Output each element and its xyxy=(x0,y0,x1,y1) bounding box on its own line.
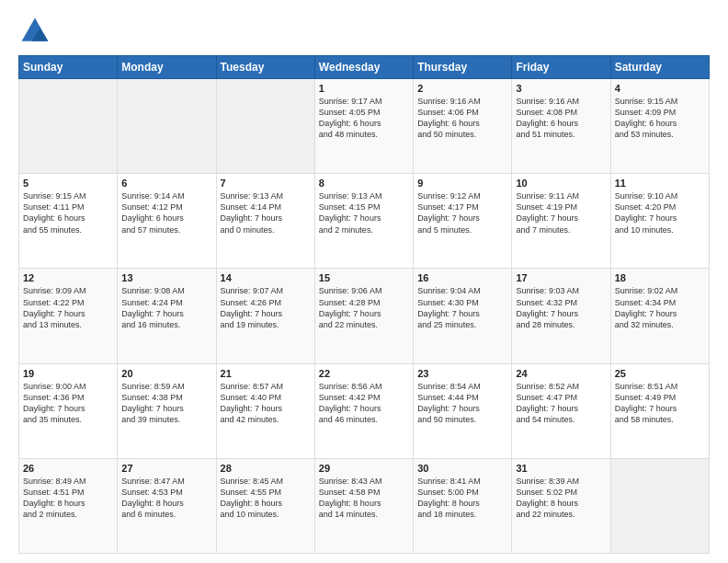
day-cell: 27Sunrise: 8:47 AM Sunset: 4:53 PM Dayli… xyxy=(118,458,216,553)
day-cell: 2Sunrise: 9:16 AM Sunset: 4:06 PM Daylig… xyxy=(414,79,512,174)
day-number: 14 xyxy=(221,272,311,283)
day-content: Sunrise: 8:56 AM Sunset: 4:42 PM Dayligh… xyxy=(319,381,409,426)
day-cell xyxy=(118,79,216,174)
day-number: 10 xyxy=(516,178,606,189)
day-cell: 8Sunrise: 9:13 AM Sunset: 4:15 PM Daylig… xyxy=(314,174,413,269)
day-cell xyxy=(19,79,118,174)
day-cell xyxy=(610,458,709,553)
day-number: 8 xyxy=(319,178,409,189)
day-number: 22 xyxy=(319,368,409,379)
day-number: 19 xyxy=(23,368,113,379)
day-content: Sunrise: 8:39 AM Sunset: 5:02 PM Dayligh… xyxy=(516,476,606,521)
day-content: Sunrise: 8:47 AM Sunset: 4:53 PM Dayligh… xyxy=(121,476,211,521)
day-number: 12 xyxy=(23,272,113,283)
day-cell: 29Sunrise: 8:43 AM Sunset: 4:58 PM Dayli… xyxy=(314,458,413,553)
week-row-4: 19Sunrise: 9:00 AM Sunset: 4:36 PM Dayli… xyxy=(19,363,710,458)
day-cell: 15Sunrise: 9:06 AM Sunset: 4:28 PM Dayli… xyxy=(314,269,413,363)
day-cell: 17Sunrise: 9:03 AM Sunset: 4:32 PM Dayli… xyxy=(512,269,610,363)
day-cell: 30Sunrise: 8:41 AM Sunset: 5:00 PM Dayli… xyxy=(414,458,512,553)
day-cell: 9Sunrise: 9:12 AM Sunset: 4:17 PM Daylig… xyxy=(414,174,512,269)
day-number: 20 xyxy=(121,368,211,379)
day-number: 16 xyxy=(417,272,507,283)
calendar-header-row: SundayMondayTuesdayWednesdayThursdayFrid… xyxy=(19,56,710,79)
day-cell: 16Sunrise: 9:04 AM Sunset: 4:30 PM Dayli… xyxy=(414,269,512,363)
day-cell: 18Sunrise: 9:02 AM Sunset: 4:34 PM Dayli… xyxy=(610,269,709,363)
day-content: Sunrise: 9:14 AM Sunset: 4:12 PM Dayligh… xyxy=(121,190,211,236)
day-cell: 23Sunrise: 8:54 AM Sunset: 4:44 PM Dayli… xyxy=(414,363,512,458)
day-cell: 10Sunrise: 9:11 AM Sunset: 4:19 PM Dayli… xyxy=(512,174,610,269)
day-content: Sunrise: 9:11 AM Sunset: 4:19 PM Dayligh… xyxy=(516,190,606,236)
col-header-sunday: Sunday xyxy=(19,56,118,79)
day-content: Sunrise: 9:00 AM Sunset: 4:36 PM Dayligh… xyxy=(23,381,113,426)
day-number: 24 xyxy=(516,368,606,379)
day-number: 26 xyxy=(23,463,113,474)
day-cell: 7Sunrise: 9:13 AM Sunset: 4:14 PM Daylig… xyxy=(216,174,314,269)
day-content: Sunrise: 8:54 AM Sunset: 4:44 PM Dayligh… xyxy=(417,381,507,426)
week-row-1: 1Sunrise: 9:17 AM Sunset: 4:05 PM Daylig… xyxy=(19,79,710,174)
day-cell: 24Sunrise: 8:52 AM Sunset: 4:47 PM Dayli… xyxy=(512,363,610,458)
day-number: 1 xyxy=(319,83,409,94)
week-row-2: 5Sunrise: 9:15 AM Sunset: 4:11 PM Daylig… xyxy=(19,174,710,269)
day-number: 27 xyxy=(121,463,211,474)
day-number: 25 xyxy=(615,368,705,379)
day-number: 7 xyxy=(221,178,311,189)
day-cell: 19Sunrise: 9:00 AM Sunset: 4:36 PM Dayli… xyxy=(19,363,118,458)
day-cell xyxy=(216,79,314,174)
day-cell: 14Sunrise: 9:07 AM Sunset: 4:26 PM Dayli… xyxy=(216,269,314,363)
logo-icon xyxy=(18,15,51,48)
week-row-5: 26Sunrise: 8:49 AM Sunset: 4:51 PM Dayli… xyxy=(19,458,710,553)
day-number: 18 xyxy=(615,272,705,283)
day-content: Sunrise: 9:12 AM Sunset: 4:17 PM Dayligh… xyxy=(417,190,507,236)
day-number: 4 xyxy=(615,83,705,94)
day-cell: 28Sunrise: 8:45 AM Sunset: 4:55 PM Dayli… xyxy=(216,458,314,553)
day-number: 11 xyxy=(615,178,705,189)
day-cell: 26Sunrise: 8:49 AM Sunset: 4:51 PM Dayli… xyxy=(19,458,118,553)
day-content: Sunrise: 9:13 AM Sunset: 4:15 PM Dayligh… xyxy=(319,190,409,236)
col-header-tuesday: Tuesday xyxy=(216,56,314,79)
day-content: Sunrise: 9:16 AM Sunset: 4:06 PM Dayligh… xyxy=(417,96,507,141)
day-cell: 5Sunrise: 9:15 AM Sunset: 4:11 PM Daylig… xyxy=(19,174,118,269)
day-cell: 1Sunrise: 9:17 AM Sunset: 4:05 PM Daylig… xyxy=(314,79,413,174)
day-cell: 25Sunrise: 8:51 AM Sunset: 4:49 PM Dayli… xyxy=(610,363,709,458)
day-content: Sunrise: 8:43 AM Sunset: 4:58 PM Dayligh… xyxy=(319,476,409,521)
day-number: 13 xyxy=(121,272,211,283)
day-cell: 11Sunrise: 9:10 AM Sunset: 4:20 PM Dayli… xyxy=(610,174,709,269)
day-cell: 3Sunrise: 9:16 AM Sunset: 4:08 PM Daylig… xyxy=(512,79,610,174)
day-content: Sunrise: 9:13 AM Sunset: 4:14 PM Dayligh… xyxy=(221,190,311,236)
day-content: Sunrise: 9:04 AM Sunset: 4:30 PM Dayligh… xyxy=(417,285,507,330)
day-cell: 4Sunrise: 9:15 AM Sunset: 4:09 PM Daylig… xyxy=(610,79,709,174)
day-content: Sunrise: 9:08 AM Sunset: 4:24 PM Dayligh… xyxy=(121,285,211,330)
col-header-thursday: Thursday xyxy=(414,56,512,79)
day-content: Sunrise: 9:15 AM Sunset: 4:09 PM Dayligh… xyxy=(615,96,705,141)
col-header-friday: Friday xyxy=(512,56,610,79)
day-content: Sunrise: 9:15 AM Sunset: 4:11 PM Dayligh… xyxy=(23,190,113,236)
col-header-wednesday: Wednesday xyxy=(314,56,413,79)
day-number: 30 xyxy=(417,463,507,474)
day-content: Sunrise: 8:45 AM Sunset: 4:55 PM Dayligh… xyxy=(221,476,311,521)
day-content: Sunrise: 9:09 AM Sunset: 4:22 PM Dayligh… xyxy=(23,285,113,330)
week-row-3: 12Sunrise: 9:09 AM Sunset: 4:22 PM Dayli… xyxy=(19,269,710,363)
day-content: Sunrise: 9:10 AM Sunset: 4:20 PM Dayligh… xyxy=(615,190,705,236)
col-header-saturday: Saturday xyxy=(610,56,709,79)
day-content: Sunrise: 9:07 AM Sunset: 4:26 PM Dayligh… xyxy=(221,285,311,330)
day-cell: 13Sunrise: 9:08 AM Sunset: 4:24 PM Dayli… xyxy=(118,269,216,363)
day-cell: 6Sunrise: 9:14 AM Sunset: 4:12 PM Daylig… xyxy=(118,174,216,269)
day-number: 23 xyxy=(417,368,507,379)
day-number: 2 xyxy=(417,83,507,94)
day-number: 29 xyxy=(319,463,409,474)
day-content: Sunrise: 8:59 AM Sunset: 4:38 PM Dayligh… xyxy=(121,381,211,426)
day-number: 3 xyxy=(516,83,606,94)
day-cell: 12Sunrise: 9:09 AM Sunset: 4:22 PM Dayli… xyxy=(19,269,118,363)
day-cell: 21Sunrise: 8:57 AM Sunset: 4:40 PM Dayli… xyxy=(216,363,314,458)
day-content: Sunrise: 9:17 AM Sunset: 4:05 PM Dayligh… xyxy=(319,96,409,141)
day-cell: 22Sunrise: 8:56 AM Sunset: 4:42 PM Dayli… xyxy=(314,363,413,458)
header xyxy=(18,15,710,48)
day-content: Sunrise: 8:41 AM Sunset: 5:00 PM Dayligh… xyxy=(417,476,507,521)
day-number: 15 xyxy=(319,272,409,283)
day-number: 5 xyxy=(23,178,113,189)
calendar: SundayMondayTuesdayWednesdayThursdayFrid… xyxy=(18,55,710,554)
day-number: 21 xyxy=(221,368,311,379)
logo xyxy=(18,15,55,48)
day-number: 6 xyxy=(121,178,211,189)
day-number: 28 xyxy=(221,463,311,474)
